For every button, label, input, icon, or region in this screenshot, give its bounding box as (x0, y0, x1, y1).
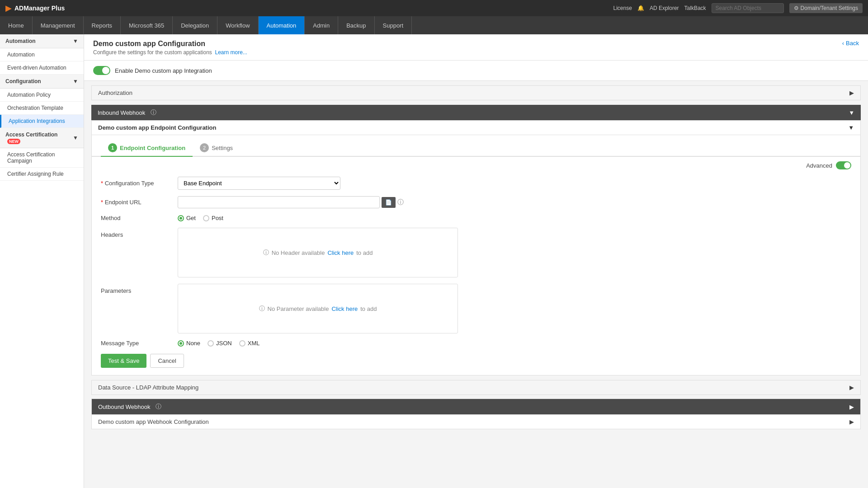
inbound-webhook-label: Inbound Webhook (98, 109, 145, 116)
method-label: Method (101, 215, 173, 221)
chevron-down-icon-endpoint: ▼ (848, 124, 854, 131)
sidebar-item-certifier-assigning-rule[interactable]: Certifier Assigning Rule (0, 168, 84, 181)
tab-workflow[interactable]: Workflow (217, 16, 258, 34)
back-button[interactable]: ‹ Back (842, 40, 859, 47)
authorization-row[interactable]: Authorization ▶ (91, 85, 861, 100)
nav-bar: Home Management Reports Microsoft 365 De… (0, 16, 868, 34)
data-source-header[interactable]: Data Source - LDAP Attribute Mapping ▶ (91, 380, 861, 395)
domain-tenant-label: Domain/Tenant Settings (801, 5, 858, 11)
parameters-empty-text: No Parameter available (268, 305, 329, 312)
sidebar-section-access-cert[interactable]: Access Certification NEW ▼ (0, 128, 84, 148)
cancel-button[interactable]: Cancel (150, 354, 184, 368)
sidebar: Automation ▼ Automation Event-driven Aut… (0, 34, 84, 488)
tab-settings[interactable]: 2 Settings (193, 140, 240, 157)
message-type-radio-group: None JSON XML (178, 340, 259, 347)
inbound-webhook-help-icon[interactable]: ⓘ (151, 108, 156, 117)
tab-backup[interactable]: Backup (338, 16, 374, 34)
top-bar: ▶ ADManager Plus License 🔔 AD Explorer T… (0, 0, 868, 16)
sidebar-item-access-cert-campaign[interactable]: Access Certification Campaign (0, 148, 84, 168)
test-save-button[interactable]: Test & Save (101, 354, 146, 368)
authorization-label: Authorization (98, 89, 132, 96)
talkback-link[interactable]: TalkBack (684, 5, 706, 11)
data-source-section: Data Source - LDAP Attribute Mapping ▶ (91, 380, 861, 395)
parameters-label: Parameters (101, 284, 173, 294)
sidebar-item-automation[interactable]: Automation (0, 48, 84, 61)
tab-settings-label: Settings (212, 145, 233, 151)
endpoint-config-title: Demo custom app Endpoint Configuration (98, 124, 216, 131)
msg-json-radio[interactable] (208, 340, 214, 347)
msg-none-option[interactable]: None (178, 340, 200, 347)
method-post-label: Post (212, 215, 223, 221)
outbound-webhook-help-icon[interactable]: ⓘ (156, 403, 161, 411)
learn-more-link[interactable]: Learn more... (215, 49, 247, 56)
config-type-control: Base Endpoint Custom Endpoint (178, 177, 340, 190)
outbound-webhook-section: Outbound Webhook ⓘ ▶ Demo custom app Web… (91, 399, 861, 429)
sidebar-item-orchestration-template[interactable]: Orchestration Template (0, 102, 84, 115)
sidebar-item-application-integrations[interactable]: Application Integrations (0, 115, 84, 128)
app-logo-icon: ▶ (5, 3, 12, 13)
chevron-down-icon-config: ▼ (73, 78, 78, 84)
headers-empty-text: No Header available (272, 249, 325, 256)
toggle-label: Enable Demo custom app Integration (115, 67, 212, 74)
chevron-right-icon-auth: ▶ (849, 89, 854, 96)
layout: Automation ▼ Automation Event-driven Aut… (0, 34, 868, 488)
tab-home[interactable]: Home (0, 16, 33, 34)
config-type-label: Configuration Type (101, 180, 173, 187)
tab-endpoint-configuration[interactable]: 1 Endpoint Configuration (101, 140, 193, 157)
msg-none-radio[interactable] (178, 340, 184, 347)
toggle-section: Enable Demo custom app Integration (84, 61, 868, 81)
msg-xml-radio[interactable] (239, 340, 245, 347)
message-type-row: Message Type None JSON (101, 340, 851, 347)
license-link[interactable]: License (613, 5, 632, 11)
tab-support[interactable]: Support (375, 16, 412, 34)
domain-tenant-button[interactable]: ⚙ Domain/Tenant Settings (789, 3, 863, 13)
chevron-right-icon-datasource: ▶ (849, 384, 854, 391)
app-logo: ▶ ADManager Plus (5, 3, 65, 13)
inbound-webhook-header[interactable]: Inbound Webhook ⓘ ▼ (91, 105, 861, 120)
tab-number-1: 1 (108, 143, 117, 152)
tab-microsoft365[interactable]: Microsoft 365 (121, 16, 173, 34)
method-row: Method Get Post (101, 215, 851, 221)
message-type-label: Message Type (101, 340, 173, 347)
method-post-radio[interactable] (203, 215, 209, 221)
search-input[interactable] (712, 3, 784, 13)
tab-reports[interactable]: Reports (84, 16, 121, 34)
endpoint-url-row: Endpoint URL 📄 ⓘ (101, 196, 851, 208)
tab-management[interactable]: Management (33, 16, 84, 34)
page-title: Demo custom app Configuration (93, 40, 247, 48)
outbound-webhook-label: Outbound Webhook (98, 404, 150, 410)
page-header: Demo custom app Configuration Configure … (84, 34, 868, 61)
parameters-to-add-text: to add (360, 305, 377, 312)
endpoint-url-info-icon[interactable]: ⓘ (397, 198, 404, 206)
tab-automation[interactable]: Automation (259, 16, 305, 34)
tab-admin[interactable]: Admin (305, 16, 338, 34)
msg-xml-label: XML (248, 340, 260, 347)
method-post-option[interactable]: Post (203, 215, 223, 221)
headers-click-here-link[interactable]: Click here (327, 249, 354, 256)
endpoint-url-input[interactable] (178, 196, 380, 208)
outbound-webhook-header[interactable]: Outbound Webhook ⓘ ▶ (91, 399, 861, 415)
sidebar-section-automation[interactable]: Automation ▼ (0, 34, 84, 48)
msg-json-option[interactable]: JSON (208, 340, 232, 347)
tab-delegation[interactable]: Delegation (173, 16, 217, 34)
method-get-radio[interactable] (178, 215, 184, 221)
sidebar-item-automation-policy[interactable]: Automation Policy (0, 89, 84, 102)
method-radio-group: Get Post (178, 215, 223, 221)
tab-number-2: 2 (200, 143, 209, 152)
sidebar-section-configuration[interactable]: Configuration ▼ (0, 75, 84, 89)
enable-integration-toggle[interactable] (93, 66, 110, 75)
inbound-webhook-panel: Inbound Webhook ⓘ ▼ Demo custom app Endp… (91, 105, 861, 375)
advanced-toggle[interactable] (836, 161, 851, 169)
parameters-click-here-link[interactable]: Click here (331, 305, 358, 312)
notification-icon[interactable]: 🔔 (637, 5, 644, 11)
outbound-webhook-config-label: Demo custom app Webhook Configuration (98, 418, 209, 425)
msg-xml-option[interactable]: XML (239, 340, 260, 347)
chevron-down-icon-webhook: ▼ (849, 109, 854, 116)
method-get-option[interactable]: Get (178, 215, 196, 221)
ad-explorer-link[interactable]: AD Explorer (650, 5, 679, 11)
sidebar-item-event-driven[interactable]: Event-driven Automation (0, 61, 84, 75)
msg-json-label: JSON (216, 340, 232, 347)
advanced-label: Advanced (806, 162, 832, 169)
url-browse-button[interactable]: 📄 (382, 197, 396, 208)
config-type-select[interactable]: Base Endpoint Custom Endpoint (178, 177, 340, 190)
